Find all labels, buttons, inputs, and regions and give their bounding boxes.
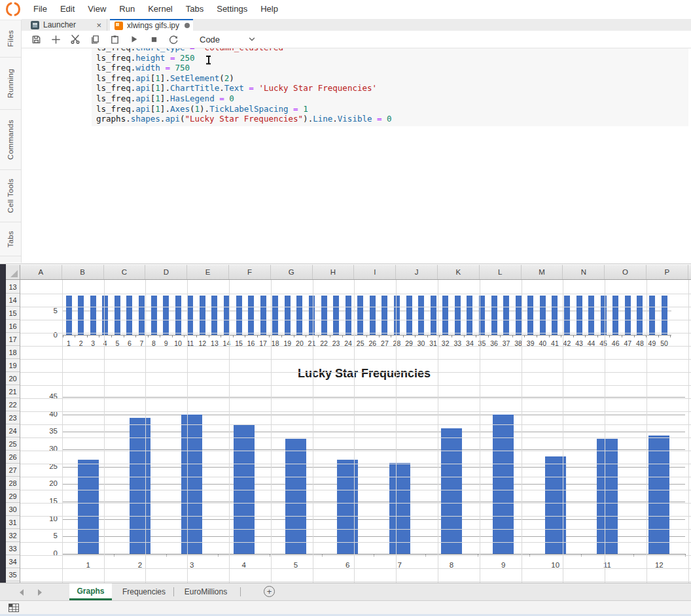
chevron-down-icon[interactable] [247,35,257,44]
cell-type-dropdown[interactable]: Code [200,35,220,44]
column-header-M[interactable]: M [522,265,563,279]
column-header-F[interactable]: F [229,265,271,279]
column-header-N[interactable]: N [563,265,605,279]
row-header-14[interactable]: 14 [6,294,20,307]
row-header-26[interactable]: 26 [6,451,20,464]
row-header-28[interactable]: 28 [6,477,20,490]
x-tick [524,335,525,337]
sheet-tab-graphs[interactable]: Graphs [69,583,112,600]
column-header-O[interactable]: O [605,265,647,279]
row-header-35[interactable]: 35 [6,568,20,581]
sheet-tab-euromillions[interactable]: EuroMillions [181,583,230,600]
tab-xlwings-notebook[interactable]: xlwings gifs.ipy [110,19,193,31]
menu-help[interactable]: Help [254,0,285,18]
gridline [20,581,691,582]
row-header-29[interactable]: 29 [6,490,20,503]
menu-view[interactable]: View [81,0,113,18]
bar-17 [260,296,266,335]
tab-launcher-label: Launcher [43,20,76,29]
menu-run[interactable]: Run [113,0,141,18]
row-header-21[interactable]: 21 [6,385,20,398]
add-sheet-button[interactable]: + [264,586,275,597]
run-cell-button[interactable] [129,34,139,44]
x-tick [306,335,306,337]
save-button[interactable] [31,34,41,44]
row-header-16[interactable]: 16 [6,320,20,333]
column-header-G[interactable]: G [271,265,313,279]
row-header-30[interactable]: 30 [6,503,20,516]
row-header-33[interactable]: 33 [6,542,20,555]
column-header-J[interactable]: J [396,265,438,279]
select-all-corner[interactable] [6,265,20,280]
scroll-sheets-right-icon[interactable] [38,589,42,596]
bar-50 [662,296,667,335]
column-header-K[interactable]: K [438,265,480,279]
launcher-icon [31,21,39,29]
column-header-C[interactable]: C [104,265,146,279]
row-header-20[interactable]: 20 [6,372,20,385]
row-header-25[interactable]: 25 [6,437,20,451]
row-header-17[interactable]: 17 [6,333,20,346]
row-header-24[interactable]: 24 [6,424,20,437]
row-header-32[interactable]: 32 [6,529,20,542]
row-headers: 1314151617181920212223242526272829303132… [6,280,20,583]
restart-kernel-button[interactable] [168,34,179,44]
scroll-sheets-left-icon[interactable] [20,589,24,596]
paste-cells-button[interactable] [109,34,120,44]
gridline [20,411,691,412]
row-header-23[interactable]: 23 [6,411,20,424]
gridline [20,333,691,334]
insert-cell-below-icon [51,35,61,44]
code-cell-editor[interactable]: ls_freq.chart_type = 'column_clustered' … [92,48,688,126]
sidebar-tab-tabs[interactable]: Tabs [0,222,21,256]
gridline [20,385,691,386]
menu-tabs[interactable]: Tabs [179,0,210,18]
row-header-27[interactable]: 27 [6,464,20,477]
gridline [229,280,230,583]
column-header-E[interactable]: E [187,265,229,279]
interrupt-kernel-button[interactable] [149,34,159,44]
row-header-34[interactable]: 34 [6,555,20,568]
row-header-18[interactable]: 18 [6,346,20,359]
row-header-31[interactable]: 31 [6,516,20,529]
worksheet-grid[interactable]: 5012345678910111213141516171819202122232… [20,280,691,583]
menu-kernel[interactable]: Kernel [141,0,179,18]
row-header-22[interactable]: 22 [6,398,20,411]
x-tick [209,335,209,337]
row-header-15[interactable]: 15 [6,307,20,320]
column-header-P[interactable]: P [647,265,688,279]
column-header-D[interactable]: D [145,265,187,279]
x-tick [476,335,476,337]
row-header-13[interactable]: 13 [6,281,20,294]
menu-settings[interactable]: Settings [210,0,254,18]
column-header-L[interactable]: L [480,265,522,279]
bar-9 [493,415,514,554]
column-header-I[interactable]: I [354,265,396,279]
menu-file[interactable]: File [27,0,54,18]
menu-edit[interactable]: Edit [54,0,81,18]
x-tick [294,335,294,337]
sheet-tab-frequencies[interactable]: Frequencies [119,583,169,600]
bar-7 [139,296,145,335]
tab-launcher[interactable]: Launcher × [26,19,107,31]
close-icon[interactable]: × [96,20,101,30]
sidebar-tab-commands[interactable]: Commands [0,110,21,170]
gridline [62,280,63,583]
x-tick [160,335,160,337]
cut-cells-button[interactable] [70,34,80,44]
column-header-B[interactable]: B [62,265,104,279]
insert-cell-below-button[interactable] [50,34,61,44]
row-header-19[interactable]: 19 [6,359,20,372]
column-header-H[interactable]: H [313,265,355,279]
gridline [20,437,691,438]
sidebar-tab-running[interactable]: Running [0,58,21,110]
x-tick [245,335,245,337]
sidebar-tab-cell-tools[interactable]: Cell Tools [0,170,21,222]
lucky-star-frequencies-chart[interactable]: Lucky Star Frequencies051015202530354045… [41,363,688,575]
sidebar-tab-files[interactable]: Files [0,20,21,58]
column-header-A[interactable]: A [20,265,62,279]
gridline [20,555,691,556]
x-tick [184,335,185,337]
copy-cells-button[interactable] [90,34,100,44]
frequencies-bar-chart[interactable]: 5012345678910111213141516171819202122232… [41,296,682,358]
